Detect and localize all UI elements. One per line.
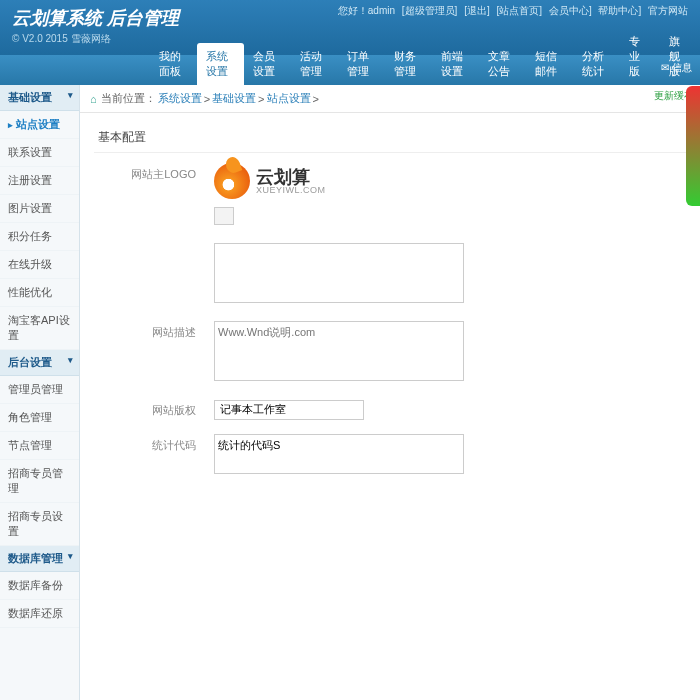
crumb-2[interactable]: 基础设置 <box>212 91 256 106</box>
sidebar-item-contact[interactable]: 联系设置 <box>0 139 79 167</box>
side-decoration <box>686 86 700 206</box>
textarea-1[interactable] <box>214 243 464 303</box>
sidebar-item-register[interactable]: 注册设置 <box>0 167 79 195</box>
sidebar-item-node[interactable]: 节点管理 <box>0 432 79 460</box>
tab-system[interactable]: 系统设置 <box>197 43 244 85</box>
sidebar-item-backup[interactable]: 数据库备份 <box>0 572 79 600</box>
tab-article[interactable]: 文章公告 <box>479 43 526 85</box>
sidebar-item-site[interactable]: 站点设置 <box>0 111 79 139</box>
member-link[interactable]: 会员中心] <box>549 5 592 16</box>
sidebar-item-agent-mgmt[interactable]: 招商专员管理 <box>0 460 79 503</box>
copyright-label: 网站版权 <box>94 399 214 418</box>
crumb-prefix: 当前位置： <box>101 91 156 106</box>
help-link[interactable]: 帮助中心] <box>598 5 641 16</box>
tab-order[interactable]: 订单管理 <box>338 43 385 85</box>
role-link[interactable]: [超级管理员] <box>402 5 458 16</box>
sidebar-group-basic[interactable]: 基础设置 <box>0 85 79 111</box>
tab-flagship[interactable]: 旗舰版 <box>660 28 700 85</box>
stat-label: 统计代码 <box>94 434 214 453</box>
stat-textarea[interactable] <box>214 434 464 474</box>
tab-finance[interactable]: 财务管理 <box>385 43 432 85</box>
logo-cn: 云划算 <box>256 168 326 186</box>
upload-logo-button[interactable] <box>214 207 234 225</box>
sidebar-item-admin[interactable]: 管理员管理 <box>0 376 79 404</box>
tab-pro[interactable]: 专业版 <box>620 28 660 85</box>
copyright-input[interactable] <box>214 400 364 420</box>
sidebar-item-role[interactable]: 角色管理 <box>0 404 79 432</box>
sidebar-group-backend[interactable]: 后台设置 <box>0 350 79 376</box>
official-link[interactable]: 官方网站 <box>648 5 688 16</box>
tab-frontend[interactable]: 前端设置 <box>432 43 479 85</box>
tab-member[interactable]: 会员设置 <box>244 43 291 85</box>
sidebar-item-image[interactable]: 图片设置 <box>0 195 79 223</box>
tab-activity[interactable]: 活动管理 <box>291 43 338 85</box>
sidebar-item-restore[interactable]: 数据库还原 <box>0 600 79 628</box>
sidebar: 基础设置 站点设置 联系设置 注册设置 图片设置 积分任务 在线升级 性能优化 … <box>0 85 80 700</box>
tab-sms[interactable]: 短信邮件 <box>526 43 573 85</box>
sidebar-item-points[interactable]: 积分任务 <box>0 223 79 251</box>
greeting: 您好！admin <box>338 5 395 16</box>
crumb-1[interactable]: 系统设置 <box>158 91 202 106</box>
logo-label: 网站主LOGO <box>94 163 214 182</box>
logo-en: XUEYIWL.COM <box>256 186 326 195</box>
sidebar-item-upgrade[interactable]: 在线升级 <box>0 251 79 279</box>
sidebar-item-perf[interactable]: 性能优化 <box>0 279 79 307</box>
sitehome-link[interactable]: [站点首页] <box>497 5 543 16</box>
empty-label-1 <box>94 243 214 247</box>
site-logo-preview: 云划算 XUEYIWL.COM <box>214 163 326 199</box>
flame-icon <box>214 163 250 199</box>
breadcrumb: ⌂ 当前位置： 系统设置 > 基础设置 > 站点设置 > 更新缓存 <box>80 85 700 113</box>
sidebar-group-db[interactable]: 数据库管理 <box>0 546 79 572</box>
section-title: 基本配置 <box>94 123 686 153</box>
main-nav: 我的面板 系统设置 会员设置 活动管理 订单管理 财务管理 前端设置 文章公告 … <box>0 55 700 85</box>
tab-dashboard[interactable]: 我的面板 <box>150 43 197 85</box>
tab-analytics[interactable]: 分析统计 <box>573 43 620 85</box>
home-icon[interactable]: ⌂ <box>90 93 97 105</box>
sidebar-item-agent-set[interactable]: 招商专员设置 <box>0 503 79 546</box>
crumb-3[interactable]: 站点设置 <box>267 91 311 106</box>
logout-link[interactable]: [退出] <box>464 5 490 16</box>
sidebar-item-taobao[interactable]: 淘宝客API设置 <box>0 307 79 350</box>
main-content: ⌂ 当前位置： 系统设置 > 基础设置 > 站点设置 > 更新缓存 基本配置 网… <box>80 85 700 700</box>
desc-textarea[interactable] <box>214 321 464 381</box>
message-link[interactable]: ✉ 信息 <box>661 61 692 75</box>
top-links: 您好！admin [超级管理员] [退出] [站点首页] 会员中心] 帮助中心]… <box>336 4 690 18</box>
desc-label: 网站描述 <box>94 321 214 340</box>
